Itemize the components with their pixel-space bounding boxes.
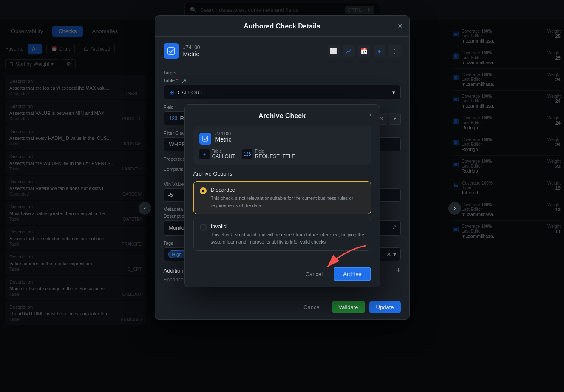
- archive-cancel-button[interactable]: Cancel: [299, 268, 329, 280]
- nav-arrow-right[interactable]: ›: [448, 202, 461, 215]
- archive-field-icon: 123: [242, 149, 252, 159]
- check-actions: ⬜ 📅 ● ⋮: [328, 45, 401, 57]
- authored-modal-title: Authored Check Details: [244, 23, 320, 30]
- nav-arrow-left[interactable]: ‹: [139, 202, 151, 215]
- archive-check-meta: ⊞ Table CALLOUT 123 Field REQUEST_TELE: [199, 149, 365, 159]
- archive-option-discarded[interactable]: Discarded This check is not relevant or …: [193, 181, 371, 214]
- tags-clear-icon[interactable]: ✕: [386, 251, 391, 258]
- metadata-label: Metadata: [164, 207, 183, 212]
- check-id-info: #74100 Metric: [164, 43, 200, 59]
- archive-modal-title: Archive Check: [258, 112, 306, 120]
- archive-modal-header: Archive Check ×: [185, 105, 380, 126]
- svg-rect-0: [168, 48, 175, 54]
- chevron-down-icon: ▾: [392, 89, 395, 96]
- check-type-icon: [164, 43, 179, 59]
- radio-invalid: [200, 224, 207, 231]
- validate-button[interactable]: Validate: [332, 301, 365, 313]
- update-button[interactable]: Update: [369, 301, 401, 313]
- archive-options-label: Archive Options: [193, 170, 371, 177]
- archive-modal-body: #74100 Metric ⊞ Table CALLOUT 123 Field: [185, 126, 380, 261]
- archive-table-value: CALLOUT: [212, 153, 235, 159]
- check-id-text: #74100: [183, 45, 200, 51]
- archive-button[interactable]: Archive: [334, 267, 371, 281]
- table-icon: ⊞: [169, 89, 174, 96]
- section-divider: [155, 65, 409, 65]
- archive-check-card: #74100 Metric ⊞ Table CALLOUT 123 Field: [193, 126, 371, 165]
- svg-rect-1: [203, 136, 208, 141]
- archive-check-modal: Archive Check × #74100 Metric ⊞: [184, 104, 380, 287]
- option-discarded-title: Discarded: [211, 187, 365, 193]
- radio-discarded: [200, 187, 207, 194]
- option-invalid-title: Invalid: [211, 223, 365, 230]
- action-chart-icon[interactable]: [343, 45, 355, 57]
- tags-chevron-icon[interactable]: ▾: [393, 251, 396, 258]
- target-section: Target Table * ↗ ⊞ CALLOUT ▾: [164, 70, 401, 99]
- action-monitor-icon[interactable]: ⬜: [328, 45, 340, 57]
- archive-option-invalid[interactable]: Invalid This check is not valid and will…: [193, 218, 371, 251]
- archive-modal-footer: Cancel Archive: [185, 261, 380, 287]
- action-circle-icon[interactable]: ●: [374, 45, 385, 57]
- option-invalid-desc: This check is not valid and will be reti…: [211, 231, 365, 245]
- option-discarded-desc: This check is not relevant or suitable f…: [211, 195, 365, 209]
- add-metadata-btn[interactable]: +: [396, 266, 401, 275]
- archive-field-value: REQUEST_TELE: [255, 153, 295, 159]
- archive-table-label: Table: [212, 149, 235, 153]
- field-chevron-btn[interactable]: ▾: [389, 113, 401, 125]
- archive-table-icon: ⊞: [199, 149, 210, 159]
- authored-modal-close[interactable]: ×: [398, 22, 402, 31]
- table-select[interactable]: ⊞ CALLOUT ▾: [164, 85, 401, 99]
- archive-check-name: Metric: [215, 136, 232, 143]
- archive-check-id: #74100: [215, 131, 232, 136]
- check-id-row: #74100 Metric ⬜ 📅 ● ⋮: [164, 43, 401, 59]
- action-more-icon[interactable]: ⋮: [389, 45, 401, 57]
- authored-modal-header: Authored Check Details ×: [155, 16, 409, 37]
- table-row-field: Table * ↗: [164, 77, 401, 85]
- action-calendar-icon[interactable]: 📅: [358, 45, 370, 57]
- check-type-name: Metric: [183, 51, 200, 57]
- archive-modal-close[interactable]: ×: [368, 111, 372, 119]
- authored-cancel-button[interactable]: Cancel: [297, 301, 327, 313]
- archive-check-icon: [199, 133, 211, 145]
- expand-icon[interactable]: ⤢: [392, 223, 397, 232]
- target-label: Target: [164, 70, 401, 75]
- number-icon: 123: [169, 116, 178, 122]
- authored-modal-footer: Cancel Validate Update: [155, 295, 409, 319]
- external-link-icon[interactable]: ↗: [181, 77, 187, 85]
- archive-field-label: Field: [255, 149, 295, 153]
